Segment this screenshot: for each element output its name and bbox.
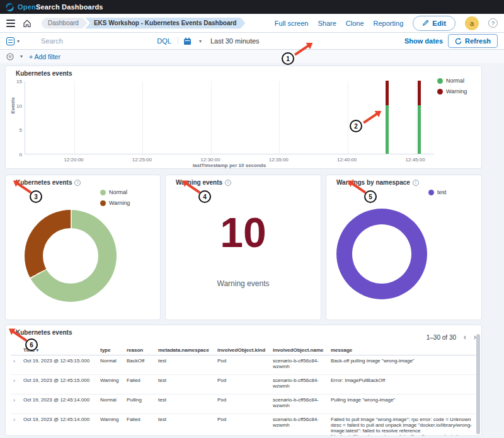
donut-hole [352,224,411,284]
chevron-down-icon[interactable]: ▾ [199,38,202,44]
kubernetes-events-histogram-panel: Kubernetes events 051015 Events lastTime… [5,66,482,169]
legend-item-warning[interactable]: Warning [100,200,130,206]
legend-item-test[interactable]: test [428,189,447,195]
add-filter-link[interactable]: + Add filter [29,53,60,61]
bar-segment-normal[interactable] [418,105,421,154]
chevron-down-icon[interactable]: ▾ [17,38,20,44]
saved-query-icon[interactable] [6,37,14,45]
kubernetes-events-table-panel: Kubernetes events 1–30 of 30 ‹ › Time▾ty… [5,325,482,436]
dql-toggle[interactable]: DQL [157,37,178,45]
gridline [348,81,348,154]
donut-hole [43,228,98,284]
y-tick-label: 10 [16,103,22,108]
reporting-link[interactable]: Reporting [374,20,404,27]
help-icon[interactable] [488,18,498,28]
full-screen-link[interactable]: Full screen [275,20,309,27]
legend-item-normal[interactable]: Normal [100,189,130,195]
annotation-circle-3: 3 [30,190,42,203]
info-icon[interactable] [74,180,81,186]
cell-message: Pulling image "wrong-image" [328,395,478,414]
filter-bar: ▾ + Add filter [0,50,504,63]
edit-button[interactable]: Edit [413,16,455,31]
warning-events-metric-panel: Warning events 10 Warning events [165,175,321,320]
expand-row-icon[interactable]: › [13,377,15,384]
navigation-bar: Dashboard EKS Workshop - Kubernetes Even… [0,14,504,33]
search-input[interactable] [41,37,157,45]
expand-row-icon[interactable]: › [13,358,15,364]
column-header-reason[interactable]: reason [124,345,156,355]
cell-time: Oct 19, 2023 @ 12:45:15.000 [21,355,98,375]
annotation-circle-1: 1 [282,52,294,65]
legend-dot [437,89,443,95]
bar-segment-normal[interactable] [386,105,389,154]
legend-dot [100,200,106,206]
avatar[interactable]: a [465,16,479,30]
cell-involvedobject-name: scenario-b-cff56c84-wzwmh [270,414,328,437]
legend-label: Warning [109,200,130,206]
gridline [142,81,143,154]
clone-link[interactable]: Clone [346,20,364,27]
legend-item-normal[interactable]: Normal [437,78,467,84]
x-tick-label: 12:40:00 [337,157,357,163]
filter-settings-icon[interactable] [6,53,14,61]
column-header-involvedobject-kind[interactable]: involvedObject.kind [215,345,270,355]
column-header-type[interactable]: type [98,345,124,355]
annotation-circle-2: 2 [350,120,362,132]
info-icon[interactable] [413,180,419,186]
breadcrumb-current-dashboard[interactable]: EKS Workshop - Kubernetes Events Dashboa… [85,18,246,29]
previous-page-icon[interactable]: ‹ [464,332,466,342]
show-dates-link[interactable]: Show dates [404,37,443,45]
calendar-icon[interactable] [183,37,192,45]
panel-title: Kubernetes events [16,70,72,77]
home-icon[interactable] [23,19,32,28]
breadcrumb-dashboard[interactable]: Dashboard [42,18,88,29]
bar-segment-warning[interactable] [386,81,389,105]
chart-legend: test [428,189,447,195]
y-tick-label: 15 [16,79,22,84]
cell-reason: Failed [124,375,156,395]
pagination-label: 1–30 of 30 [427,334,456,341]
gridline [211,81,212,154]
cell-involvedobject-kind: Pod [215,414,270,437]
stacked-bar[interactable] [386,81,389,154]
legend-label: Warning [446,88,467,95]
legend-item-warning[interactable]: Warning [437,88,467,95]
refresh-icon [455,38,462,45]
cell-type: Normal [98,355,124,375]
stacked-bar[interactable] [418,81,421,154]
legend-dot [100,190,106,195]
cell-involvedobject-name: scenario-b-cff56c84-wzwmh [270,395,328,414]
time-range-value[interactable]: Last 30 minutes [210,37,399,45]
cell-time: Oct 19, 2023 @ 12:45:15.000 [21,375,98,395]
cell-metadata-namespace: test [156,414,215,437]
panel-title: Kubernetes events [16,179,81,186]
column-header-metadata-namespace[interactable]: metadata.namespace [156,345,215,355]
expand-row-icon[interactable]: › [13,417,15,423]
legend-label: Normal [109,189,127,195]
chart-legend: NormalWarning [100,189,130,206]
expand-row-icon[interactable]: › [13,397,15,403]
refresh-button-label: Refresh [465,37,491,45]
table-scrollbar[interactable] [476,334,480,434]
x-axis-label: lastTimestamp per 10 seconds [25,163,434,168]
bar-segment-warning[interactable] [418,81,421,105]
sort-down-icon: ▾ [37,348,39,352]
x-tick-label: 12:25:00 [132,157,152,163]
cell-type: Normal [98,395,124,414]
column-header-message[interactable]: message [328,345,478,355]
cell-message: Error: ImagePullBackOff [328,375,478,395]
x-tick-label: 12:45:00 [406,157,425,163]
metric-value: 10 [166,212,321,253]
kubernetes-events-pie-panel: Kubernetes events NormalWarning [5,175,161,320]
menu-icon[interactable] [6,20,15,27]
column-header-involvedobject-name[interactable]: involvedObject.name [270,345,328,355]
annotation-circle-5: 5 [364,190,377,203]
refresh-button[interactable]: Refresh [448,34,498,48]
cell-message: Back-off pulling image "wrong-image" [328,355,478,375]
annotation-circle-6: 6 [25,338,38,351]
share-link[interactable]: Share [318,20,336,27]
y-axis-label: Events [10,97,16,113]
legend-label: test [437,189,447,195]
chevron-down-icon[interactable]: ▾ [20,54,23,59]
info-icon[interactable] [225,180,231,186]
